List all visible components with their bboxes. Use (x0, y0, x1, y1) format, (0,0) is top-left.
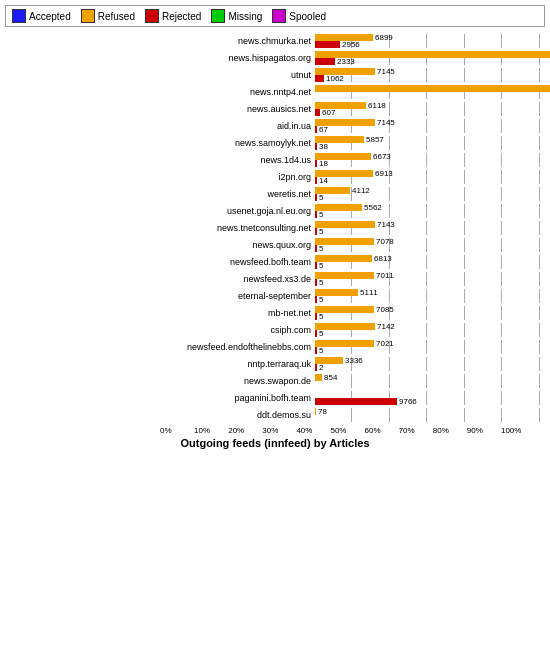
row-label: newsfeed.bofh.team (160, 257, 315, 267)
x-axis-label: 80% (433, 426, 467, 435)
bar-rejected (315, 262, 317, 269)
row-label: news.ausics.net (160, 104, 315, 114)
bar-area: 70855 (315, 306, 545, 320)
bar-rejected (315, 211, 317, 218)
bar-bottom-label: 14 (319, 176, 328, 185)
bar-bottom-label: 5 (319, 312, 323, 321)
bar-refused (315, 68, 375, 75)
bar-area: 667318 (315, 153, 545, 167)
table-row: aid.in.ua714567 (160, 118, 545, 134)
bar-rejected (315, 364, 317, 371)
bar-rejected (315, 160, 317, 167)
legend-color-accepted (12, 9, 26, 23)
row-label: ddt.demos.su (160, 410, 315, 420)
row-label: i2pn.org (160, 172, 315, 182)
legend-color-spooled (272, 9, 286, 23)
bar-area: 714567 (315, 119, 545, 133)
row-label: mb-net.net (160, 308, 315, 318)
row-label: csiph.com (160, 325, 315, 335)
bar-area: 70115 (315, 272, 545, 286)
row-label: aid.in.ua (160, 121, 315, 131)
bar-bottom-label: 38 (319, 142, 328, 151)
bar-bottom-label: 5 (319, 210, 323, 219)
bar-bottom-label: 5 (319, 244, 323, 253)
bar-area: 71451062 (315, 68, 545, 82)
row-label: news.hispagatos.org (160, 53, 315, 63)
legend-label-spooled: Spooled (289, 11, 326, 22)
table-row: news.tnetconsulting.net71435 (160, 220, 545, 236)
bar-bottom-label: 5 (319, 227, 323, 236)
chart-body: news.chmurka.net68992956news.hispagatos.… (5, 33, 545, 423)
row-label: nntp.terraraq.uk (160, 359, 315, 369)
bar-refused (315, 340, 374, 347)
row-label: news.nntp4.net (160, 87, 315, 97)
bar-area: 33362 (315, 357, 545, 371)
row-label: news.chmurka.net (160, 36, 315, 46)
bar-area: 440712333 (315, 51, 550, 65)
bar-bottom-label: 9766 (399, 397, 417, 406)
bar-bottom-label: 2333 (337, 57, 355, 66)
bar-area: 70785 (315, 238, 545, 252)
bar-rejected (315, 398, 397, 405)
bar-rejected (315, 245, 317, 252)
legend-item-rejected: Rejected (145, 9, 201, 23)
row-label: usenet.goja.nl.eu.org (160, 206, 315, 216)
row-label: weretis.net (160, 189, 315, 199)
x-axis-label: 60% (365, 426, 399, 435)
table-row: paganini.bofh.team9766 (160, 390, 545, 406)
bar-rejected (315, 143, 317, 150)
bar-rejected (315, 279, 317, 286)
chart-container: AcceptedRefusedRejectedMissingSpooled ne… (0, 0, 550, 655)
x-axis-label: 0% (160, 426, 194, 435)
table-row: csiph.com71425 (160, 322, 545, 338)
bar-area: 44664 (315, 85, 550, 99)
bar-bottom-label: 1062 (326, 74, 344, 83)
legend-item-spooled: Spooled (272, 9, 326, 23)
table-row: eternal-september51115 (160, 288, 545, 304)
row-label: utnut (160, 70, 315, 80)
bar-area: 68135 (315, 255, 545, 269)
bar-rejected (315, 347, 317, 354)
table-row: news.quux.org70785 (160, 237, 545, 253)
bar-rejected (315, 228, 317, 235)
x-axis-label: 50% (330, 426, 364, 435)
legend-color-missing (211, 9, 225, 23)
table-row: utnut71451062 (160, 67, 545, 83)
x-axis-label: 90% (467, 426, 501, 435)
row-label: news.quux.org (160, 240, 315, 250)
bar-refused (315, 85, 550, 92)
legend-label-missing: Missing (228, 11, 262, 22)
table-row: i2pn.org691314 (160, 169, 545, 185)
table-row: usenet.goja.nl.eu.org55625 (160, 203, 545, 219)
bar-rejected (315, 126, 317, 133)
bar-bottom-label: 607 (322, 108, 335, 117)
bar-area: 71425 (315, 323, 545, 337)
bar-rejected (315, 109, 320, 116)
row-label: newsfeed.endofthelinebbs.com (160, 342, 315, 352)
row-label: eternal-september (160, 291, 315, 301)
bar-bottom-label: 5 (319, 346, 323, 355)
bar-bottom-label: 2956 (342, 40, 360, 49)
bar-area: 691314 (315, 170, 545, 184)
row-label: news.samoylyk.net (160, 138, 315, 148)
legend-label-rejected: Rejected (162, 11, 201, 22)
bar-bottom-label: 5 (319, 261, 323, 270)
bar-area: 41125 (315, 187, 545, 201)
x-axis-label: 20% (228, 426, 262, 435)
bar-rejected (315, 194, 317, 201)
legend-item-refused: Refused (81, 9, 135, 23)
bar-rejected (315, 330, 317, 337)
legend-color-rejected (145, 9, 159, 23)
row-label: news.1d4.us (160, 155, 315, 165)
table-row: nntp.terraraq.uk33362 (160, 356, 545, 372)
legend-label-accepted: Accepted (29, 11, 71, 22)
bar-area: 55625 (315, 204, 545, 218)
bar-area: 9766 (315, 391, 545, 405)
legend-item-accepted: Accepted (12, 9, 71, 23)
table-row: weretis.net41125 (160, 186, 545, 202)
x-axis-label: 10% (194, 426, 228, 435)
bar-area: 71435 (315, 221, 545, 235)
table-row: newsfeed.bofh.team68135 (160, 254, 545, 270)
bar-area: 51115 (315, 289, 545, 303)
row-label: paganini.bofh.team (160, 393, 315, 403)
